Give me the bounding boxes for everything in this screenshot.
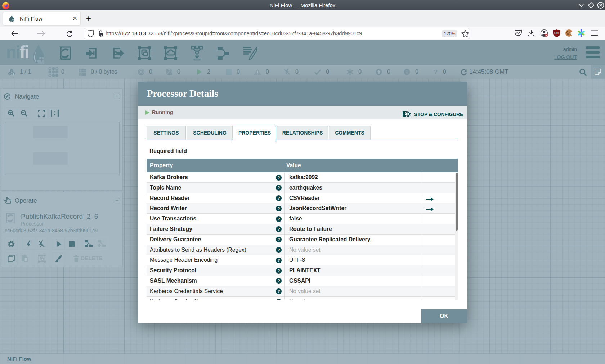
svg-text:?: ? [434, 69, 438, 76]
svg-text:UO: UO [554, 31, 559, 35]
